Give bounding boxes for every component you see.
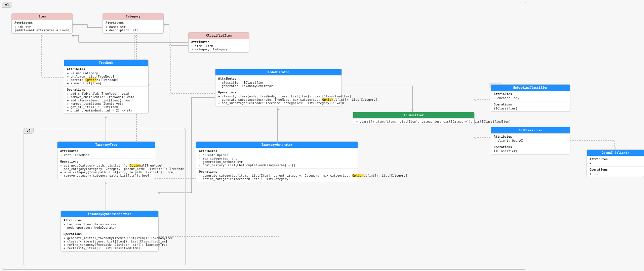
attributes-section: Attributes- client: OpenAI- max_categori… xyxy=(196,148,358,169)
class-IClassifier[interactable]: IClassifier+ classify_items(items: List[… xyxy=(353,112,475,125)
class-title: TaxonomyGenerator xyxy=(196,142,358,148)
attributes-section: Attributes- encoder: Any xyxy=(491,91,570,101)
class-title: Category xyxy=(103,13,163,20)
class-title: GPTClassifier xyxy=(491,127,570,134)
class-NodeOperator[interactable]: NodeOperatorAttributes- classifier: ICla… xyxy=(215,69,342,106)
attributes-section: Attributes+ value: Category+ children: L… xyxy=(64,66,148,87)
diagram-stage: v1v2>v1ItemAttributes+ id: str(additiona… xyxy=(0,0,644,271)
attributes-section: Attributes+ name: str+ description: str xyxy=(103,20,163,33)
class-Category[interactable]: CategoryAttributes+ name: str+ descripti… xyxy=(103,13,164,34)
class-title: NodeOperator xyxy=(215,69,341,76)
operations-section: Operations(IClassifier) xyxy=(491,144,570,154)
class-title: ClassifiedItem xyxy=(189,33,249,39)
class-title: IClassifier xyxy=(353,112,474,119)
operations-section: Operations+ ... xyxy=(587,167,644,177)
class-EmbeddingClassifier[interactable]: EmbeddingClassifierAttributes- encoder: … xyxy=(491,84,570,112)
frame-tag: v2 xyxy=(24,128,34,134)
operations-section: Operations+ get_node(category_path: List… xyxy=(57,159,155,179)
attributes-section: Attributes+ id: str(additional attribute… xyxy=(12,20,72,33)
class-GPTClassifier[interactable]: GPTClassifierAttributes- client: OpenAIO… xyxy=(491,127,570,154)
operations-section: Operations(IClassifier) xyxy=(491,101,570,111)
attributes-section: Attributes- root: TreeNode xyxy=(57,148,155,159)
attributes-section: Attributes- client: OpenAI xyxy=(491,134,570,144)
class-TreeNode[interactable]: TreeNodeAttributes+ value: Category+ chi… xyxy=(64,59,149,114)
class-TaxonomyGenerator[interactable]: TaxonomyGeneratorAttributes- client: Ope… xyxy=(196,141,358,182)
attributes-section: Attributes- item: Item- category: Catego… xyxy=(189,39,249,52)
class-OpenAI[interactable]: OpenAI (client)Attributes+ ...Operations… xyxy=(587,149,644,177)
class-title: Item xyxy=(12,13,72,20)
operations-section: + classify_items(items: List[Item], cate… xyxy=(353,119,474,125)
frame-tag: v1 xyxy=(2,2,12,8)
attributes-section: Attributes- taxonomy_tree: TaxonomyTree-… xyxy=(61,217,158,231)
connector xyxy=(570,141,615,149)
class-TaxonomySynthesisService[interactable]: TaxonomySynthesisServiceAttributes- taxo… xyxy=(61,211,159,252)
operations-section: Operations+ add_child(child: TreeNode): … xyxy=(64,87,148,114)
operations-section: Operations+ generate_categories(items: L… xyxy=(196,169,358,182)
class-title: OpenAI (client) xyxy=(587,150,644,156)
operations-section: Operations+ classify_items(node: TreeNod… xyxy=(215,89,341,106)
class-title: TaxonomyTree xyxy=(57,142,155,148)
class-title: TaxonomySynthesisService xyxy=(61,211,158,217)
attributes-section: Attributes- classifier: IClassifier- gen… xyxy=(215,76,341,89)
class-Item[interactable]: ItemAttributes+ id: str(additional attri… xyxy=(11,13,73,34)
attributes-section: Attributes+ ... xyxy=(587,156,644,167)
operations-section: Operations+ generate_initial_taxonomy(it… xyxy=(61,231,158,251)
class-TaxonomyTree[interactable]: TaxonomyTreeAttributes- root: TreeNodeOp… xyxy=(57,141,155,179)
class-title: EmbeddingClassifier xyxy=(491,85,570,91)
class-title: TreeNode xyxy=(64,60,148,66)
class-ClassifiedItem[interactable]: ClassifiedItemAttributes- item: Item- ca… xyxy=(188,32,249,53)
